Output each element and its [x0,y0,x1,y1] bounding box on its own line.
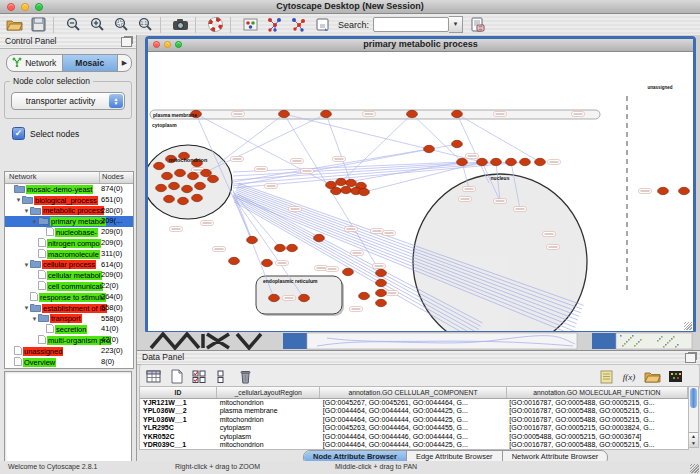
zoom-in-icon[interactable] [87,16,107,34]
graph-node[interactable] [376,279,387,286]
network-view-2-icon[interactable] [288,16,308,34]
float-panel-icon[interactable] [121,37,132,47]
graph-node[interactable] [169,182,180,189]
edge[interactable] [457,114,489,183]
function-builder-icon[interactable]: f(x) [619,368,639,385]
window-resize-grip[interactable] [684,322,692,330]
graph-node[interactable] [175,169,186,176]
column-header-1[interactable]: _cellularLayoutRegion [217,387,320,398]
graph-node[interactable] [275,244,286,251]
graph-node[interactable] [424,145,435,152]
expand-arrow-icon[interactable]: ▼ [23,305,30,311]
zoom-out-icon[interactable] [63,16,83,34]
expand-arrow-icon[interactable]: ▼ [31,219,38,225]
matrix-icon[interactable] [665,368,685,385]
graph-node[interactable] [535,158,546,165]
graph-node[interactable] [376,289,387,296]
graph-node[interactable] [229,257,240,264]
import-attributes-icon[interactable] [642,368,662,385]
tree-row-cellular-metabol[interactable]: cellular metabol209(0) [5,270,133,281]
graph-node[interactable] [182,185,193,192]
graph-node[interactable] [154,162,165,169]
background-window-corner[interactable] [592,333,616,349]
table-row-YLR295C[interactable]: YLR295Ccytoplasm[GO:0045263, GO:0044464,… [140,424,688,432]
app-resize-grip[interactable] [690,464,699,473]
graph-node[interactable] [336,178,347,185]
graph-node[interactable] [201,169,212,176]
unselect-attributes-icon[interactable] [212,368,232,385]
graph-node[interactable] [279,110,290,117]
graph-node[interactable] [331,187,342,194]
select-nodes-checkbox[interactable]: ✓ [12,127,25,140]
tree-row-primary-metabol[interactable]: ▼primary metabol209(... [5,216,133,227]
tab-network[interactable]: Network [7,55,63,71]
save-session-icon[interactable] [28,16,48,34]
graph-node[interactable] [679,187,690,194]
tree-row-cell-communicat[interactable]: cell communicat22(0) [5,281,133,292]
zoom-fit-icon[interactable]: 1:1 [135,16,155,34]
table-row-YDR039C__1[interactable]: YDR039C__1mitochondrion[GO:0044464, GO:0… [140,441,688,449]
tree-row-metabolic-process[interactable]: ▼metabolic process280(0) [5,206,133,217]
edge[interactable] [210,114,326,170]
graph-node[interactable] [658,187,669,194]
notepad-icon[interactable] [596,368,616,385]
graph-node[interactable] [520,158,531,165]
network-view-1-icon[interactable] [264,16,284,34]
graph-node[interactable] [506,158,517,165]
tab-overflow-arrow-icon[interactable]: ▶ [118,55,131,71]
graph-node[interactable] [208,175,219,182]
graph-node[interactable] [162,172,173,179]
attribute-table-icon[interactable] [143,368,163,385]
graph-node[interactable] [376,269,387,276]
expand-arrow-icon[interactable]: ▼ [31,316,38,322]
graph-node[interactable] [164,195,175,202]
zoom-selected-icon[interactable] [111,16,131,34]
select-attributes-icon[interactable] [189,368,209,385]
network-view-window[interactable]: primary metabolic process plasma membran… [145,36,696,334]
float-panel-icon[interactable] [685,353,696,363]
table-row-YPL036W__1[interactable]: YPL036W__1mitochondrion[GO:0044464, GO:0… [140,416,688,424]
tree-column-network[interactable]: Network [5,172,100,183]
graph-node[interactable] [457,158,468,165]
expand-arrow-icon[interactable]: ▼ [23,262,30,268]
tree-row-biological-process[interactable]: ▼biological_process651(0) [5,195,133,206]
tree-row-multi-organism-pro[interactable]: multi-organism pro42(0) [5,335,133,346]
tree-row-transport[interactable]: ▼transport558(0) [5,314,133,325]
tree-row-cellular-process[interactable]: ▼cellular process614(0) [5,260,133,271]
graph-node[interactable] [156,184,167,191]
scrollbar-arrows[interactable]: ▲▼ [689,432,698,447]
graph-node[interactable] [188,172,199,179]
edge[interactable] [233,162,496,180]
graph-node[interactable] [346,179,357,186]
column-header-0[interactable]: ID [140,387,217,398]
open-file-icon[interactable] [4,16,24,34]
search-dropdown-arrow-icon[interactable]: ▾ [449,16,463,33]
edge[interactable] [412,114,462,162]
tree-column-nodes[interactable]: Nodes [100,172,133,183]
graph-node[interactable] [269,294,280,301]
birds-eye-view-panel[interactable] [4,371,132,474]
tab-mosaic[interactable]: Mosaic [63,55,119,71]
graph-node[interactable] [321,110,332,117]
graph-node[interactable] [343,268,354,275]
table-scrollbar[interactable]: ▲▼ [688,386,699,448]
graph-node[interactable] [359,292,370,299]
graph-node[interactable] [452,140,463,147]
tree-row-overview[interactable]: Overview8(0) [5,357,133,368]
tree-row-response-to-stimulu[interactable]: response to stimulu264(0) [5,292,133,303]
graph-node[interactable] [192,194,203,201]
expand-arrow-icon[interactable]: ▼ [23,208,30,214]
network-view-titlebar[interactable]: primary metabolic process [148,39,693,52]
graph-node[interactable] [314,234,325,241]
graph-node[interactable] [341,186,352,193]
table-row-YJR121W__1[interactable]: YJR121W__1mitochondrion[GO:0045267, GO:0… [140,399,688,407]
graph-node[interactable] [452,110,463,117]
graph-node[interactable] [477,158,488,165]
annotation-icon[interactable] [312,16,332,34]
search-input[interactable] [373,17,449,32]
graph-node[interactable] [299,294,310,301]
tree-row-nucleobase-[interactable]: nucleobase-209(0) [5,227,133,238]
tree-row-secretion[interactable]: secretion41(0) [5,324,133,335]
graph-node[interactable] [287,244,298,251]
expand-arrow-icon[interactable]: ▼ [15,197,22,203]
